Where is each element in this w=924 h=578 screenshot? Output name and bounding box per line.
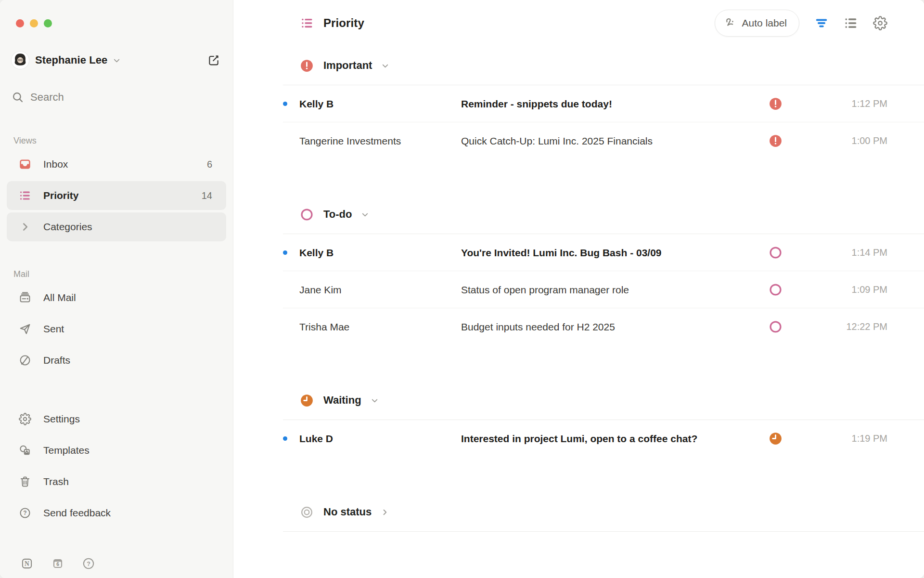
group-header-waiting[interactable]: Waiting — [233, 381, 924, 420]
group-header-todo[interactable]: To-do — [233, 195, 924, 234]
priority-list-icon — [19, 189, 31, 202]
auto-label-text: Auto label — [742, 17, 787, 29]
group-todo: To-do Kelly B You're Invited! Lumi Inc. … — [233, 195, 924, 345]
sidebar-bottom-bar: N 6 ? — [7, 555, 226, 572]
unread-dot — [283, 436, 287, 441]
sidebar-item-templates[interactable]: Templates — [7, 436, 226, 465]
page-title: Priority — [323, 16, 364, 30]
group-name: No status — [323, 506, 372, 518]
important-badge[interactable] — [764, 97, 787, 110]
sidebar-item-categories[interactable]: Categories — [7, 212, 226, 241]
search-label: Search — [30, 91, 64, 104]
sidebar-item-priority[interactable]: Priority 14 — [7, 181, 226, 210]
calendar-6-icon[interactable]: 6 — [51, 557, 64, 570]
user-name: Stephanie Lee — [35, 54, 107, 66]
inbox-icon — [19, 158, 31, 171]
group-no-status: No status — [233, 493, 924, 532]
email-time: 1:12 PM — [787, 98, 887, 109]
important-badge — [300, 59, 313, 72]
sidebar-item-label: Inbox — [43, 158, 68, 170]
settings-gear-icon — [19, 413, 31, 425]
all-mail-icon — [19, 291, 31, 304]
waiting-badge[interactable] — [764, 432, 787, 445]
email-sender: Kelly B — [299, 98, 461, 110]
todo-badge[interactable] — [764, 246, 787, 259]
todo-badge[interactable] — [764, 283, 787, 296]
email-row[interactable]: Kelly B You're Invited! Lumi Inc. Bug Ba… — [233, 234, 924, 271]
group-name: To-do — [323, 208, 352, 221]
sidebar-item-trash[interactable]: Trash — [7, 467, 226, 496]
group-header-no-status[interactable]: No status — [233, 493, 924, 531]
zoom-window-button[interactable] — [44, 19, 52, 27]
svg-text:6: 6 — [56, 562, 59, 567]
window-controls — [7, 0, 226, 27]
group-important: Important Kelly B Reminder - snippets du… — [233, 46, 924, 159]
item-count: 14 — [202, 190, 212, 201]
svg-text:?: ? — [87, 561, 90, 567]
templates-icon — [19, 444, 31, 457]
sidebar: Stephanie Lee Search Views Inbox 6 Prior… — [0, 0, 233, 578]
drafts-icon — [19, 354, 31, 367]
sidebar-item-label: Priority — [43, 190, 79, 201]
compose-button[interactable] — [207, 54, 220, 66]
avatar — [12, 52, 29, 69]
svg-text:N: N — [25, 560, 29, 567]
chevron-down-icon — [112, 56, 121, 65]
main-panel: Priority Auto label Important Kelly B Re… — [233, 0, 924, 578]
auto-label-button[interactable]: Auto label — [715, 10, 799, 37]
email-time: 1:14 PM — [787, 247, 887, 258]
email-sender: Luke D — [299, 433, 461, 445]
email-row[interactable]: Luke D Interested in project Lumi, open … — [233, 420, 924, 457]
group-name: Waiting — [323, 394, 361, 407]
nav-section-label: Mail — [13, 269, 226, 281]
email-row[interactable]: Jane Kim Status of open program manager … — [233, 271, 924, 308]
unread-dot — [283, 102, 287, 106]
divider — [283, 531, 924, 532]
email-sender: Kelly B — [299, 247, 461, 259]
sidebar-item-settings[interactable]: Settings — [7, 405, 226, 434]
email-row[interactable]: Trisha Mae Budget inputs needed for H2 2… — [233, 308, 924, 345]
list-view-icon[interactable] — [844, 16, 858, 30]
account-switcher[interactable]: Stephanie Lee — [12, 50, 223, 71]
sidebar-item-drafts[interactable]: Drafts — [7, 346, 226, 375]
chevron-down-icon — [370, 396, 379, 405]
sidebar-item-inbox[interactable]: Inbox 6 — [7, 150, 226, 179]
chevron-down-icon — [360, 210, 370, 219]
sidebar-item-label: Send feedback — [43, 507, 111, 519]
group-rows: Kelly B Reminder - snippets due today! 1… — [233, 85, 924, 159]
minimize-window-button[interactable] — [30, 19, 38, 27]
sidebar-item-label: All Mail — [43, 292, 76, 303]
sidebar-item-all-mail[interactable]: All Mail — [7, 283, 226, 312]
waiting-badge — [300, 394, 313, 407]
email-subject: Quick Catch-Up: Lumi Inc. 2025 Financial… — [461, 135, 764, 147]
header-actions: Auto label — [715, 10, 887, 37]
main-header: Priority Auto label — [233, 0, 924, 46]
group-rows: Luke D Interested in project Lumi, open … — [233, 420, 924, 457]
email-time: 12:22 PM — [787, 321, 887, 332]
important-badge[interactable] — [764, 134, 787, 147]
feedback-icon: ? — [19, 507, 31, 519]
todo-badge[interactable] — [764, 320, 787, 333]
app-window: Stephanie Lee Search Views Inbox 6 Prior… — [0, 0, 924, 578]
notion-logo-icon[interactable]: N — [21, 557, 33, 570]
sidebar-item-label: Categories — [43, 221, 92, 233]
sidebar-nav: Views Inbox 6 Priority 14 Categories Mai… — [7, 108, 226, 375]
email-subject: Budget inputs needed for H2 2025 — [461, 321, 764, 333]
email-row[interactable]: Kelly B Reminder - snippets due today! 1… — [233, 85, 924, 122]
email-sender: Trisha Mae — [299, 321, 461, 333]
no-status-badge — [300, 506, 313, 519]
unread-dot — [283, 250, 287, 255]
search-button[interactable]: Search — [12, 87, 226, 108]
sidebar-footer: Settings Templates Trash ? Send feedback — [7, 405, 226, 527]
close-window-button[interactable] — [16, 19, 24, 27]
sidebar-item-label: Sent — [43, 323, 64, 335]
gear-icon[interactable] — [873, 16, 887, 30]
group-header-important[interactable]: Important — [233, 46, 924, 85]
email-subject: Interested in project Lumi, open to a co… — [461, 433, 764, 445]
email-row[interactable]: Tangerine Investments Quick Catch-Up: Lu… — [233, 122, 924, 159]
help-icon[interactable]: ? — [82, 557, 95, 570]
filter-icon[interactable] — [814, 16, 829, 30]
sidebar-item-sent[interactable]: Sent — [7, 315, 226, 343]
sidebar-item-send-feedback[interactable]: ? Send feedback — [7, 499, 226, 527]
email-time: 1:19 PM — [787, 433, 887, 444]
